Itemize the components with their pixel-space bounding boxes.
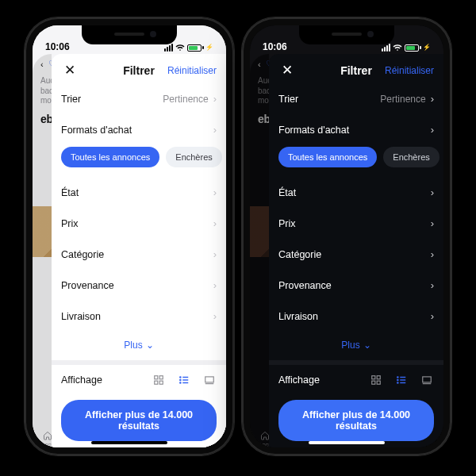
row-label: Livraison [278,311,318,322]
reset-button[interactable]: Réinitialiser [167,65,217,76]
row-value: Pertinence [380,94,425,105]
chevron-right-icon: › [213,279,217,291]
row-condition[interactable]: État › [269,177,443,208]
sheet-header: ✕ Filtrer Réinitialiser [52,54,226,83]
row-price[interactable]: Prix › [269,208,443,239]
row-condition[interactable]: État › [52,177,226,208]
view-large-icon[interactable] [420,374,434,386]
view-grid-icon[interactable] [152,374,166,386]
row-label: Trier [278,94,298,105]
iphone-device-light: ‹ ♡ En Auc baco mon eba Accu 10:06 [25,17,234,455]
status-time: 10:06 [45,41,70,52]
sheet-footer: Afficher plus de 14.000 résultats [52,393,226,447]
row-category[interactable]: Catégorie › [52,239,226,270]
svg-point-19 [397,379,398,380]
battery-icon: ⚡ [405,44,431,52]
row-label: État [278,187,296,198]
wifi-icon [175,43,185,52]
filter-list: Trier Pertinence› Formats d'achat › Tout… [52,83,226,393]
row-label: Prix [61,218,79,229]
close-icon[interactable]: ✕ [278,62,296,79]
format-pills: Toutes les annonces Enchères Achat im [52,145,226,177]
format-pills: Toutes les annonces Enchères Achat im [269,145,443,177]
status-indicators: ⚡ [382,43,431,52]
screen: ‹ ♡ En Auc baco mon eba Accu 10:06 [250,25,443,447]
row-value: Pertinence [163,94,208,105]
filter-sheet: ✕ Filtrer Réinitialiser Trier Pertinence… [269,54,443,447]
view-list-icon[interactable] [394,374,409,386]
row-label: Formats d'achat [278,125,349,136]
cellular-icon [382,44,390,52]
row-label: Formats d'achat [61,125,132,136]
battery-icon: ⚡ [187,44,213,52]
svg-rect-0 [155,376,158,379]
row-sort[interactable]: Trier Pertinence› [269,83,443,114]
show-more-button[interactable]: Plus ⌄ [269,332,443,360]
wifi-icon [393,43,402,52]
row-price[interactable]: Prix › [52,208,226,239]
home-indicator[interactable] [91,441,167,444]
chevron-right-icon: › [213,310,217,322]
row-delivery[interactable]: Livraison › [52,301,226,332]
close-icon[interactable]: ✕ [61,62,79,79]
chevron-right-icon: › [213,217,217,229]
svg-rect-2 [155,381,158,384]
view-grid-icon[interactable] [369,374,383,386]
chevron-down-icon: ⌄ [146,340,154,351]
show-results-button[interactable]: Afficher plus de 14.000 résultats [278,400,434,441]
svg-rect-13 [372,376,375,379]
show-more-button[interactable]: Plus ⌄ [52,332,226,360]
row-location[interactable]: Provenance › [52,270,226,301]
row-label: Prix [278,218,296,229]
pill-auctions[interactable]: Enchères [166,147,221,167]
chevron-down-icon: ⌄ [363,340,371,351]
row-formats[interactable]: Formats d'achat › [52,114,226,145]
pill-all-listings[interactable]: Toutes les annonces [278,147,377,167]
svg-rect-15 [372,381,375,384]
view-list-icon[interactable] [177,374,191,386]
chevron-right-icon: › [431,248,434,260]
row-label: Affichage [278,374,320,386]
svg-rect-16 [377,381,380,384]
svg-rect-23 [423,377,432,382]
row-display: Affichage [269,365,443,393]
home-indicator[interactable] [309,441,385,444]
chevron-right-icon: › [213,248,217,260]
view-large-icon[interactable] [202,374,217,386]
chevron-right-icon: › [431,310,434,322]
iphone-device-dark: ‹ ♡ En Auc baco mon eba Accu 10:06 [242,17,451,455]
svg-point-21 [397,382,398,383]
chevron-right-icon: › [431,93,434,105]
row-delivery[interactable]: Livraison › [269,301,443,332]
chevron-right-icon: › [213,93,217,105]
row-label: Provenance [278,280,332,291]
filter-sheet: ✕ Filtrer Réinitialiser Trier Pertinence… [52,54,226,447]
status-time: 10:06 [263,41,287,52]
svg-point-17 [397,377,398,378]
reset-button[interactable]: Réinitialiser [385,65,434,76]
svg-rect-1 [159,376,163,379]
screen: ‹ ♡ En Auc baco mon eba Accu 10:06 [33,25,226,447]
svg-rect-14 [377,376,380,379]
show-results-button[interactable]: Afficher plus de 14.000 résultats [61,400,217,441]
chevron-right-icon: › [431,217,434,229]
chevron-right-icon: › [213,124,217,136]
row-formats[interactable]: Formats d'achat › [269,114,443,145]
svg-point-6 [180,379,181,380]
row-label: Trier [61,94,81,105]
row-label: État [61,187,79,198]
row-location[interactable]: Provenance › [269,270,443,301]
svg-point-4 [180,377,181,378]
notch [82,25,177,44]
chevron-right-icon: › [431,279,434,291]
row-label: Catégorie [61,249,104,260]
row-category[interactable]: Catégorie › [269,239,443,270]
cellular-icon [164,44,173,52]
status-indicators: ⚡ [164,43,213,52]
row-sort[interactable]: Trier Pertinence› [52,83,226,114]
filter-list: Trier Pertinence› Formats d'achat › Tout… [269,83,443,393]
row-label: Livraison [61,311,101,322]
pill-auctions[interactable]: Enchères [383,147,439,167]
pill-all-listings[interactable]: Toutes les annonces [61,147,159,167]
sheet-footer: Afficher plus de 14.000 résultats [269,393,443,447]
